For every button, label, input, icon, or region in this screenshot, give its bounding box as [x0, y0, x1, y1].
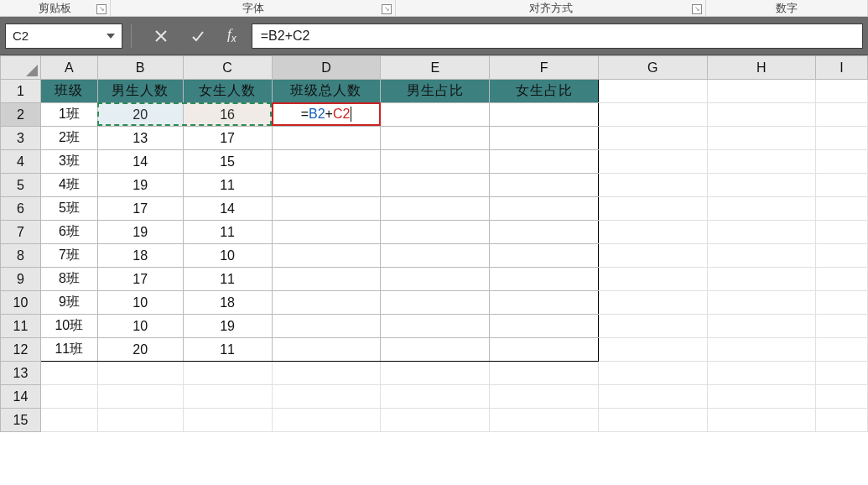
cell[interactable]	[272, 362, 381, 385]
cell[interactable]	[707, 127, 816, 150]
cell[interactable]	[490, 385, 599, 409]
cell[interactable]	[381, 409, 490, 432]
cell[interactable]: 10	[183, 244, 272, 268]
name-box[interactable]: C2	[5, 23, 122, 49]
row-header[interactable]: 6	[1, 197, 41, 221]
cell[interactable]	[598, 150, 707, 174]
row-header[interactable]: 14	[1, 385, 41, 409]
cell[interactable]: 17	[183, 127, 272, 150]
cell[interactable]	[40, 362, 97, 385]
cell[interactable]	[598, 127, 707, 150]
cell[interactable]	[816, 244, 868, 268]
column-header[interactable]: A	[40, 56, 97, 80]
column-header[interactable]: D	[272, 56, 381, 80]
cell[interactable]	[707, 103, 816, 127]
cell[interactable]	[490, 291, 599, 315]
cell[interactable]	[381, 268, 490, 291]
cell[interactable]	[490, 338, 599, 362]
cell[interactable]	[381, 197, 490, 221]
cell[interactable]: 14	[183, 197, 272, 221]
cell[interactable]	[183, 385, 272, 409]
dialog-launcher-icon[interactable]: ↘	[382, 4, 392, 14]
column-header[interactable]: B	[97, 56, 183, 80]
cell[interactable]: 9班	[40, 291, 97, 315]
cell[interactable]	[707, 385, 816, 409]
cell[interactable]	[272, 127, 381, 150]
cell[interactable]: 18	[183, 291, 272, 315]
column-header[interactable]: I	[816, 56, 868, 80]
cell[interactable]	[816, 221, 868, 244]
cell[interactable]: 19	[97, 221, 183, 244]
row-header[interactable]: 5	[1, 174, 41, 197]
cell[interactable]	[816, 80, 868, 103]
cell[interactable]	[381, 362, 490, 385]
cell[interactable]	[816, 174, 868, 197]
spreadsheet-grid[interactable]: ABCDEFGHI1班级男生人数女生人数班级总人数男生占比女生占比21班2016…	[0, 55, 868, 432]
cell[interactable]	[272, 174, 381, 197]
cell[interactable]: 女生人数	[183, 80, 272, 103]
cell[interactable]	[40, 409, 97, 432]
cell[interactable]: 14	[97, 150, 183, 174]
cell[interactable]	[707, 150, 816, 174]
row-header[interactable]: 1	[1, 80, 41, 103]
cell[interactable]: 男生占比	[381, 80, 490, 103]
cell[interactable]	[816, 127, 868, 150]
cell[interactable]	[598, 80, 707, 103]
cell[interactable]	[707, 244, 816, 268]
cell[interactable]: 20	[97, 103, 183, 127]
cell[interactable]	[707, 174, 816, 197]
row-header[interactable]: 11	[1, 315, 41, 338]
cell[interactable]	[272, 291, 381, 315]
cell[interactable]: 11	[183, 268, 272, 291]
cell[interactable]	[183, 362, 272, 385]
cell[interactable]	[272, 244, 381, 268]
row-header[interactable]: 4	[1, 150, 41, 174]
cell[interactable]	[381, 150, 490, 174]
column-header[interactable]: F	[490, 56, 599, 80]
cell[interactable]: 16	[183, 103, 272, 127]
cell[interactable]	[272, 103, 381, 127]
cell[interactable]	[816, 150, 868, 174]
confirm-edit-icon[interactable]	[190, 29, 205, 44]
cell[interactable]: 19	[183, 315, 272, 338]
cell[interactable]	[707, 315, 816, 338]
cell[interactable]	[816, 268, 868, 291]
cell[interactable]	[490, 103, 599, 127]
cell[interactable]	[598, 268, 707, 291]
cell[interactable]	[707, 80, 816, 103]
cell[interactable]: 10班	[40, 315, 97, 338]
cell[interactable]: 6班	[40, 221, 97, 244]
cell[interactable]: 10	[97, 291, 183, 315]
cell[interactable]	[272, 150, 381, 174]
cell[interactable]	[490, 362, 599, 385]
cell[interactable]	[816, 315, 868, 338]
cell[interactable]: 女生占比	[490, 80, 599, 103]
cell[interactable]	[707, 362, 816, 385]
cell[interactable]	[490, 150, 599, 174]
cell[interactable]: 11	[183, 338, 272, 362]
row-header[interactable]: 10	[1, 291, 41, 315]
cell[interactable]	[816, 362, 868, 385]
cell[interactable]: 13	[97, 127, 183, 150]
cell[interactable]	[272, 221, 381, 244]
cell[interactable]	[598, 385, 707, 409]
cell[interactable]	[490, 244, 599, 268]
cell[interactable]	[272, 338, 381, 362]
cell[interactable]	[707, 197, 816, 221]
cell[interactable]	[598, 103, 707, 127]
cell[interactable]	[490, 221, 599, 244]
cell[interactable]: 班级总人数	[272, 80, 381, 103]
cell[interactable]	[183, 409, 272, 432]
cell[interactable]	[381, 291, 490, 315]
cell[interactable]	[598, 291, 707, 315]
row-header[interactable]: 15	[1, 409, 41, 432]
cell[interactable]: 18	[97, 244, 183, 268]
cell[interactable]	[707, 291, 816, 315]
cell[interactable]	[598, 244, 707, 268]
cell[interactable]	[598, 174, 707, 197]
cell[interactable]	[272, 268, 381, 291]
row-header[interactable]: 12	[1, 338, 41, 362]
cell[interactable]	[816, 338, 868, 362]
cell[interactable]: 20	[97, 338, 183, 362]
cell[interactable]	[490, 315, 599, 338]
